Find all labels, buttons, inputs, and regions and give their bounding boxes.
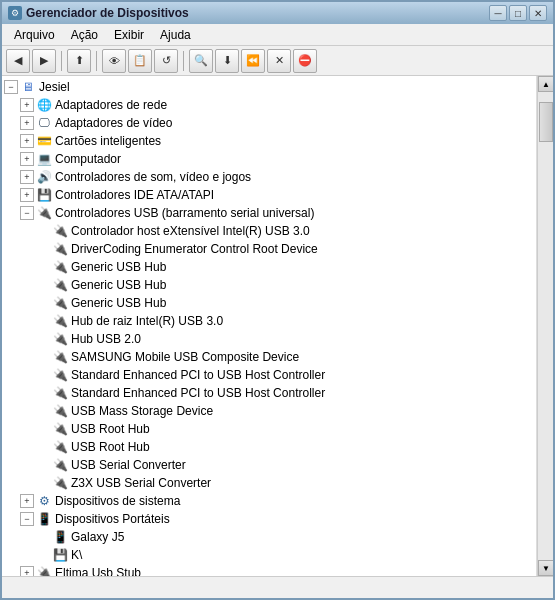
expander-cartoes[interactable]: + — [20, 134, 34, 148]
menu-arquivo[interactable]: Arquivo — [6, 26, 63, 44]
icon-disp-portateis: 📱 — [36, 511, 52, 527]
tree-row-adaptadores-rede[interactable]: + 🌐 Adaptadores de rede — [2, 96, 536, 114]
label-generic-hub-1: Generic USB Hub — [71, 258, 166, 276]
label-disp-portateis: Dispositivos Portáteis — [55, 510, 170, 528]
label-hub-raiz-intel: Hub de raiz Intel(R) USB 3.0 — [71, 312, 223, 330]
tree-row-k-drive[interactable]: 💾 K\ — [2, 546, 536, 564]
expander-adaptadores-video[interactable]: + — [20, 116, 34, 130]
tree-row-z3x-serial[interactable]: 🔌 Z3X USB Serial Converter — [2, 474, 536, 492]
tree-row-usb-intel30[interactable]: 🔌 Controlador host eXtensível Intel(R) U… — [2, 222, 536, 240]
icon-usb-controllers: 🔌 — [36, 205, 52, 221]
update-button[interactable]: ⬇ — [215, 49, 239, 73]
menu-exibir[interactable]: Exibir — [106, 26, 152, 44]
expander-disp-portateis[interactable]: − — [20, 512, 34, 526]
app-icon: ⚙ — [8, 6, 22, 20]
refresh-button[interactable]: ↺ — [154, 49, 178, 73]
tree-row-generic-hub-1[interactable]: 🔌 Generic USB Hub — [2, 258, 536, 276]
expander-adaptadores-rede[interactable]: + — [20, 98, 34, 112]
label-k-drive: K\ — [71, 546, 82, 564]
expander-placeholder — [36, 440, 50, 454]
icon-samsung: 🔌 — [52, 349, 68, 365]
tree-row-jesiel[interactable]: − 🖥 Jesiel — [2, 78, 536, 96]
tree-row-hub-raiz-intel[interactable]: 🔌 Hub de raiz Intel(R) USB 3.0 — [2, 312, 536, 330]
expander-som[interactable]: + — [20, 170, 34, 184]
properties-button[interactable]: 📋 — [128, 49, 152, 73]
tree-row-usb-mass[interactable]: 🔌 USB Mass Storage Device — [2, 402, 536, 420]
icon-usb-mass: 🔌 — [52, 403, 68, 419]
scroll-thumb[interactable] — [539, 102, 553, 142]
tree-row-hub-usb20[interactable]: 🔌 Hub USB 2.0 — [2, 330, 536, 348]
maximize-button[interactable]: □ — [509, 5, 527, 21]
title-bar-left: ⚙ Gerenciador de Dispositivos — [8, 6, 189, 20]
scroll-down-button[interactable]: ▼ — [538, 560, 553, 576]
expander-placeholder — [36, 422, 50, 436]
icon-eltima: 🔌 — [36, 565, 52, 576]
back-button[interactable]: ◀ — [6, 49, 30, 73]
label-usb-mass: USB Mass Storage Device — [71, 402, 213, 420]
tree-row-usb-controllers[interactable]: − 🔌 Controladores USB (barramento serial… — [2, 204, 536, 222]
label-generic-hub-3: Generic USB Hub — [71, 294, 166, 312]
expander-usb-controllers[interactable]: − — [20, 206, 34, 220]
tree-node-computador: + 💻 Computador — [2, 150, 536, 168]
icon-generic-hub-3: 🔌 — [52, 295, 68, 311]
tree-row-som[interactable]: + 🔊 Controladores de som, vídeo e jogos — [2, 168, 536, 186]
label-computador: Computador — [55, 150, 121, 168]
tree-row-disp-portateis[interactable]: − 📱 Dispositivos Portáteis — [2, 510, 536, 528]
rollback-button[interactable]: ⏪ — [241, 49, 265, 73]
icon-ide: 💾 — [36, 187, 52, 203]
close-button[interactable]: ✕ — [529, 5, 547, 21]
expander-placeholder — [36, 530, 50, 544]
tree-row-adaptadores-video[interactable]: + 🖵 Adaptadores de vídeo — [2, 114, 536, 132]
expander-placeholder — [36, 296, 50, 310]
tree-row-drivercoding[interactable]: 🔌 DriverCoding Enumerator Control Root D… — [2, 240, 536, 258]
tree-row-generic-hub-2[interactable]: 🔌 Generic USB Hub — [2, 276, 536, 294]
vertical-scrollbar[interactable]: ▲ ▼ — [537, 76, 553, 576]
expander-placeholder — [36, 260, 50, 274]
icon-usb-intel30: 🔌 — [52, 223, 68, 239]
tree-row-samsung[interactable]: 🔌 SAMSUNG Mobile USB Composite Device — [2, 348, 536, 366]
tree-row-computador[interactable]: + 💻 Computador — [2, 150, 536, 168]
label-eltima: Eltima Usb Stub — [55, 564, 141, 576]
tree-node-disp-sistema: + ⚙ Dispositivos de sistema — [2, 492, 536, 510]
menu-ajuda[interactable]: Ajuda — [152, 26, 199, 44]
scroll-track[interactable] — [538, 92, 553, 560]
tree-row-disp-sistema[interactable]: + ⚙ Dispositivos de sistema — [2, 492, 536, 510]
expander-placeholder — [36, 224, 50, 238]
scroll-up-button[interactable]: ▲ — [538, 76, 553, 92]
tree-node-disp-portateis: − 📱 Dispositivos Portáteis 📱 Galaxy J5 — [2, 510, 536, 564]
icon-drivercoding: 🔌 — [52, 241, 68, 257]
tree-row-ide[interactable]: + 💾 Controladores IDE ATA/ATAPI — [2, 186, 536, 204]
expander-ide[interactable]: + — [20, 188, 34, 202]
icon-hub-usb20: 🔌 — [52, 331, 68, 347]
device-tree[interactable]: − 🖥 Jesiel + 🌐 Adaptadores de rede — [2, 76, 537, 576]
tree-row-generic-hub-3[interactable]: 🔌 Generic USB Hub — [2, 294, 536, 312]
minimize-button[interactable]: ─ — [489, 5, 507, 21]
tree-row-std-pci-1[interactable]: 🔌 Standard Enhanced PCI to USB Host Cont… — [2, 366, 536, 384]
menu-bar: Arquivo Ação Exibir Ajuda — [2, 24, 553, 46]
expander-disp-sistema[interactable]: + — [20, 494, 34, 508]
tree-row-usb-root-2[interactable]: 🔌 USB Root Hub — [2, 438, 536, 456]
show-hidden-button[interactable]: 👁 — [102, 49, 126, 73]
forward-button[interactable]: ▶ — [32, 49, 56, 73]
label-usb-serial-conv: USB Serial Converter — [71, 456, 186, 474]
scan-button[interactable]: 🔍 — [189, 49, 213, 73]
tree-node-ide: + 💾 Controladores IDE ATA/ATAPI — [2, 186, 536, 204]
disable-button[interactable]: ⛔ — [293, 49, 317, 73]
icon-adaptadores-video: 🖵 — [36, 115, 52, 131]
tree-row-usb-serial-conv[interactable]: 🔌 USB Serial Converter — [2, 456, 536, 474]
status-bar — [2, 576, 553, 598]
expander-computador[interactable]: + — [20, 152, 34, 166]
uninstall-button[interactable]: ✕ — [267, 49, 291, 73]
tree-row-eltima[interactable]: + 🔌 Eltima Usb Stub — [2, 564, 536, 576]
expander-jesiel[interactable]: − — [4, 80, 18, 94]
label-z3x-serial: Z3X USB Serial Converter — [71, 474, 211, 492]
label-usb-controllers: Controladores USB (barramento serial uni… — [55, 204, 314, 222]
expander-eltima[interactable]: + — [20, 566, 34, 576]
tree-row-cartoes[interactable]: + 💳 Cartões inteligentes — [2, 132, 536, 150]
tree-row-usb-root-1[interactable]: 🔌 USB Root Hub — [2, 420, 536, 438]
expander-placeholder — [36, 458, 50, 472]
menu-acao[interactable]: Ação — [63, 26, 106, 44]
tree-row-galaxy[interactable]: 📱 Galaxy J5 — [2, 528, 536, 546]
up-button[interactable]: ⬆ — [67, 49, 91, 73]
tree-row-std-pci-2[interactable]: 🔌 Standard Enhanced PCI to USB Host Cont… — [2, 384, 536, 402]
